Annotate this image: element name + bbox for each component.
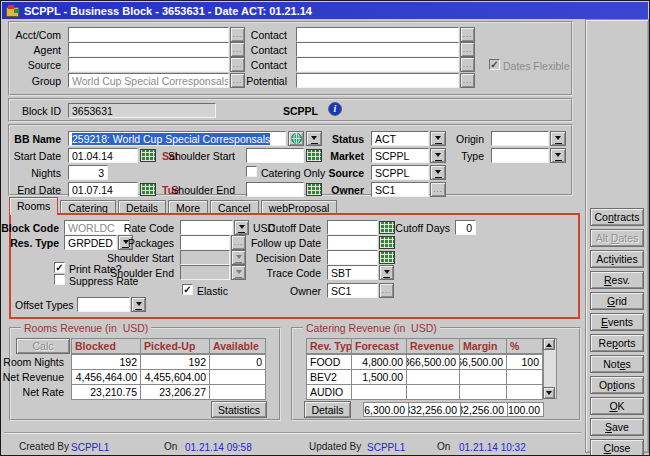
account-right-lov-button[interactable]: ... xyxy=(460,27,475,42)
packages-field[interactable] xyxy=(180,235,230,250)
sidebar-button-reports[interactable]: Reports xyxy=(590,334,644,352)
status-field[interactable]: ACT xyxy=(371,131,429,146)
catering-cell[interactable]: AUDIO xyxy=(306,384,352,400)
catering-cell[interactable]: 9,866,500.00 xyxy=(459,354,507,370)
source-dropdown-button[interactable] xyxy=(430,165,446,180)
sidebar-button-close[interactable]: Close xyxy=(590,439,644,456)
sidebar-button-activities[interactable]: Activities xyxy=(590,250,644,268)
market-dropdown-button[interactable] xyxy=(430,148,446,163)
rooms-revenue-cell[interactable]: 0 xyxy=(209,354,266,370)
packages-lov-button[interactable]: ... xyxy=(231,235,246,250)
catering-cell[interactable]: 100 xyxy=(506,354,543,370)
sidebar-button-grid[interactable]: Grid xyxy=(590,292,644,310)
origin-dropdown-button[interactable] xyxy=(550,131,566,146)
rooms-revenue-cell[interactable]: 23,206.27 xyxy=(140,384,210,400)
catering-cell[interactable] xyxy=(351,384,407,400)
bb-name-dropdown-button[interactable] xyxy=(306,131,322,146)
start-date-field[interactable]: 01.04.14 xyxy=(68,148,138,163)
suppress-rate-checkbox[interactable] xyxy=(54,274,65,285)
trace-code-dropdown-button[interactable] xyxy=(379,265,394,280)
account-row-field[interactable]: World Cup Special Corresponsals xyxy=(68,73,229,88)
trace-code-field[interactable]: SBT xyxy=(327,265,378,280)
nights-field[interactable]: 3 xyxy=(68,165,108,180)
source-field[interactable]: SCPPL xyxy=(371,165,429,180)
origin-field[interactable] xyxy=(491,131,549,146)
account-row-right-field[interactable] xyxy=(296,73,459,88)
rooms-revenue-cell[interactable]: 4,456,464.00 xyxy=(71,369,141,385)
sidebar-button-notes[interactable]: Notes xyxy=(590,355,644,373)
account-lov-button[interactable]: ... xyxy=(230,27,245,42)
scroll-down-button[interactable] xyxy=(543,387,555,399)
account-row-field[interactable] xyxy=(68,27,229,42)
type-field[interactable] xyxy=(491,148,549,163)
rooms-revenue-cell[interactable] xyxy=(209,384,266,400)
shoulder-end-field[interactable] xyxy=(246,182,304,197)
sidebar-button-ok[interactable]: OK xyxy=(590,397,644,415)
owner-field[interactable]: SC1 xyxy=(371,182,429,197)
print-rate-checkbox[interactable] xyxy=(54,262,65,273)
cutoff-days-field[interactable]: 0 xyxy=(455,220,476,235)
account-lov-button[interactable]: ... xyxy=(230,42,245,57)
sidebar-button-events[interactable]: Events xyxy=(590,313,644,331)
shoulder-start-field[interactable] xyxy=(246,148,304,163)
block-id-field[interactable]: 3653631 xyxy=(68,103,216,118)
account-row-right-field[interactable] xyxy=(296,42,459,57)
status-dropdown-button[interactable] xyxy=(430,131,446,146)
decision-date-field[interactable] xyxy=(327,250,378,265)
owner-lov-button[interactable]: ... xyxy=(430,182,446,197)
cutoff-date-field[interactable] xyxy=(327,220,378,235)
catering-cell[interactable]: 4,800.00 xyxy=(351,354,407,370)
sidebar-button-save[interactable]: Save xyxy=(590,418,644,436)
offset-types-field[interactable] xyxy=(77,297,130,312)
elastic-checkbox[interactable] xyxy=(182,284,193,295)
catering-cell[interactable] xyxy=(459,384,507,400)
account-right-lov-button[interactable]: ... xyxy=(460,73,475,88)
calendar-icon[interactable] xyxy=(379,221,395,234)
calendar-icon[interactable] xyxy=(140,149,156,162)
account-right-lov-button[interactable]: ... xyxy=(460,42,475,57)
rooms-revenue-cell[interactable]: 23,210.75 xyxy=(71,384,141,400)
catering-cell[interactable]: FOOD xyxy=(306,354,352,370)
rate-code-field[interactable] xyxy=(180,220,233,235)
res-type-field[interactable]: GRPDED xyxy=(64,235,117,250)
account-row-right-field[interactable] xyxy=(296,27,459,42)
details-button[interactable]: Details xyxy=(304,401,351,418)
catering-cell[interactable]: 9,866,500.00 xyxy=(406,354,460,370)
catering-cell[interactable] xyxy=(406,384,460,400)
account-right-lov-button[interactable]: ... xyxy=(460,57,475,72)
calendar-icon[interactable] xyxy=(379,236,395,249)
calendar-icon[interactable] xyxy=(140,183,156,196)
sidebar-button-options[interactable]: Options xyxy=(590,376,644,394)
account-lov-button[interactable]: ... xyxy=(230,73,245,88)
owner-rooms-field[interactable]: SC1 xyxy=(327,283,378,298)
catering-cell[interactable]: BEV2 xyxy=(306,369,352,385)
translate-button[interactable] xyxy=(288,131,304,146)
rooms-revenue-cell[interactable]: 192 xyxy=(140,354,210,370)
catering-only-checkbox[interactable] xyxy=(246,166,257,177)
catering-cell[interactable] xyxy=(506,384,543,400)
offset-types-dropdown-button[interactable] xyxy=(131,297,146,312)
sidebar-button-resv[interactable]: Resv. xyxy=(590,271,644,289)
scroll-up-button[interactable] xyxy=(543,338,555,350)
catering-cell[interactable] xyxy=(459,369,507,385)
account-row-field[interactable] xyxy=(68,42,229,57)
account-lov-button[interactable]: ... xyxy=(230,57,245,72)
end-date-field[interactable]: 01.07.14 xyxy=(68,182,138,197)
rooms-revenue-cell[interactable] xyxy=(209,369,266,385)
info-icon[interactable]: i xyxy=(328,102,342,116)
statistics-button[interactable]: Statistics xyxy=(211,401,267,418)
calendar-icon[interactable] xyxy=(306,149,322,162)
tab-rooms[interactable]: Rooms xyxy=(9,197,58,215)
block-code-field[interactable]: WORLDC xyxy=(64,220,130,235)
catering-cell[interactable]: 1,500.00 xyxy=(351,369,407,385)
rate-code-dropdown-button[interactable] xyxy=(234,220,249,235)
calendar-icon[interactable] xyxy=(379,251,395,264)
catering-cell[interactable] xyxy=(406,369,460,385)
sidebar-button-contracts[interactable]: Contracts xyxy=(590,208,644,226)
account-row-right-field[interactable] xyxy=(296,57,459,72)
market-field[interactable]: SCPPL xyxy=(371,148,429,163)
calendar-icon[interactable] xyxy=(306,183,322,196)
bb-name-field[interactable]: 259218: World Cup Special Corresponsals xyxy=(68,131,286,146)
owner-rooms-lov-button[interactable]: ... xyxy=(379,283,394,298)
title-bar[interactable]: SCPPL - Business Block - 3653631 - Date … xyxy=(2,2,648,19)
